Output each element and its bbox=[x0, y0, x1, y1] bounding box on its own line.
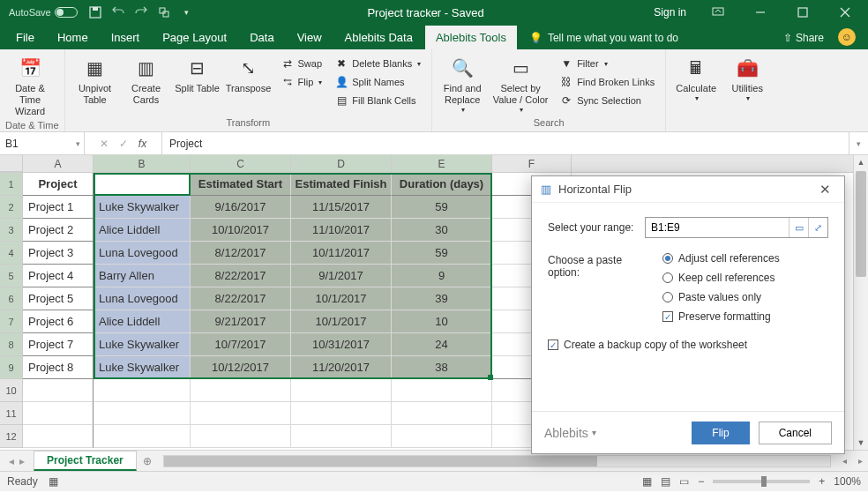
chevron-down-icon[interactable]: ▾ bbox=[76, 139, 80, 148]
cell[interactable]: 8/12/2017 bbox=[191, 242, 291, 265]
cell[interactable] bbox=[392, 379, 492, 402]
filter-button[interactable]: ▼Filter▾ bbox=[556, 55, 658, 72]
switch-off-icon[interactable] bbox=[55, 7, 78, 18]
tab-ablebits-tools[interactable]: Ablebits Tools bbox=[425, 26, 517, 49]
autosave-toggle[interactable]: AutoSave bbox=[9, 7, 78, 18]
cell[interactable]: Luna Lovegood bbox=[94, 242, 191, 265]
header-cell[interactable]: Assigned To bbox=[94, 173, 191, 196]
cell[interactable]: Barry Allen bbox=[94, 265, 191, 287]
sheet-tab-active[interactable]: Project Tracker bbox=[34, 451, 137, 471]
horizontal-scrollbar[interactable] bbox=[163, 455, 831, 467]
hscroll-left-icon[interactable]: ◂ bbox=[836, 456, 852, 466]
col-header-A[interactable]: A bbox=[23, 155, 94, 172]
cell[interactable] bbox=[191, 402, 291, 425]
col-header-C[interactable]: C bbox=[191, 155, 291, 172]
cell[interactable] bbox=[191, 379, 291, 402]
cell[interactable]: 59 bbox=[392, 196, 492, 219]
nav-first-icon[interactable]: ◂ bbox=[9, 455, 14, 467]
fill-blank-button[interactable]: ▤Fill Blank Cells bbox=[331, 92, 424, 109]
radio-adjust-refs[interactable]: Adjust cell references bbox=[662, 252, 780, 265]
ribbon-options-icon[interactable] bbox=[699, 0, 737, 25]
swap-button[interactable]: ⇄Swap bbox=[277, 55, 326, 72]
row-header[interactable]: 4 bbox=[0, 242, 23, 265]
cell[interactable]: 11/10/2017 bbox=[291, 219, 392, 242]
cell[interactable]: 10/11/2017 bbox=[291, 242, 392, 265]
row-header[interactable]: 8 bbox=[0, 333, 23, 356]
scroll-down-icon[interactable]: ▼ bbox=[854, 436, 868, 450]
row-header[interactable]: 9 bbox=[0, 356, 23, 379]
col-header-F[interactable]: F bbox=[492, 155, 572, 172]
utilities-button[interactable]: 🧰Utilities▾ bbox=[722, 53, 772, 117]
cell[interactable]: 11/15/2017 bbox=[291, 196, 392, 219]
sign-in-link[interactable]: Sign in bbox=[654, 6, 686, 19]
delete-blanks-button[interactable]: ✖Delete Blanks▾ bbox=[331, 55, 424, 72]
cancel-fx-icon[interactable]: ✕ bbox=[100, 138, 108, 150]
row-header[interactable]: 2 bbox=[0, 196, 23, 219]
row-header[interactable]: 12 bbox=[0, 425, 23, 448]
tab-home[interactable]: Home bbox=[47, 26, 99, 49]
cell[interactable] bbox=[291, 425, 392, 448]
row-header[interactable]: 10 bbox=[0, 379, 23, 402]
cell[interactable]: 9/21/2017 bbox=[191, 310, 291, 333]
date-time-wizard-button[interactable]: 📅 Date & Time Wizard bbox=[5, 53, 55, 120]
tab-ablebits-data[interactable]: Ablebits Data bbox=[334, 26, 423, 49]
redo-icon[interactable] bbox=[131, 2, 152, 23]
cell[interactable] bbox=[392, 425, 492, 448]
check-backup-copy[interactable]: ✓Create a backup copy of the worksheet bbox=[548, 339, 828, 351]
cell[interactable] bbox=[392, 402, 492, 425]
expand-range-icon[interactable]: ⤢ bbox=[808, 218, 827, 237]
row-header[interactable]: 7 bbox=[0, 310, 23, 333]
header-cell[interactable]: Project bbox=[23, 173, 94, 196]
cell[interactable]: 10/1/2017 bbox=[291, 310, 392, 333]
tab-insert[interactable]: Insert bbox=[101, 26, 151, 49]
cell[interactable]: Luke Skywalker bbox=[94, 356, 191, 379]
cell[interactable]: Project 3 bbox=[23, 242, 94, 265]
cell[interactable]: Project 7 bbox=[23, 333, 94, 356]
cell[interactable]: Luke Skywalker bbox=[94, 196, 191, 219]
tab-view[interactable]: View bbox=[287, 26, 333, 49]
save-icon[interactable] bbox=[85, 2, 106, 23]
cell[interactable]: Alice Liddell bbox=[94, 310, 191, 333]
split-table-button[interactable]: ⊟Split Table bbox=[173, 53, 222, 117]
dialog-title-bar[interactable]: ▥ Horizontal Flip ✕ bbox=[532, 176, 844, 203]
tab-file[interactable]: File bbox=[5, 26, 45, 49]
row-header[interactable]: 1 bbox=[0, 173, 23, 196]
name-box[interactable]: B1▾ bbox=[0, 132, 85, 154]
scroll-thumb[interactable] bbox=[856, 171, 866, 277]
macro-icon[interactable]: ▦ bbox=[49, 475, 58, 488]
col-header-E[interactable]: E bbox=[392, 155, 492, 172]
tell-me-search[interactable]: 💡 Tell me what you want to do bbox=[519, 26, 689, 49]
cell[interactable]: 30 bbox=[392, 219, 492, 242]
cell[interactable]: 10/1/2017 bbox=[291, 287, 392, 310]
nav-last-icon[interactable]: ▸ bbox=[19, 455, 25, 467]
create-cards-button[interactable]: ▥Create Cards bbox=[122, 53, 171, 117]
undo-icon[interactable] bbox=[108, 2, 129, 23]
select-range-icon[interactable]: ▭ bbox=[789, 218, 808, 237]
hscroll-right-icon[interactable]: ▸ bbox=[852, 456, 868, 466]
row-header[interactable]: 5 bbox=[0, 265, 23, 287]
find-replace-button[interactable]: 🔍Find and Replace▾ bbox=[438, 53, 487, 117]
cell[interactable]: 8/22/2017 bbox=[191, 265, 291, 287]
close-icon[interactable] bbox=[826, 0, 864, 25]
minimize-icon[interactable] bbox=[741, 0, 780, 25]
unpivot-table-button[interactable]: ▦Unpivot Table bbox=[71, 53, 120, 117]
header-cell[interactable]: Duration (days) bbox=[392, 173, 492, 196]
radio-paste-values[interactable]: Paste values only bbox=[662, 291, 780, 303]
row-header[interactable]: 3 bbox=[0, 219, 23, 242]
cell[interactable] bbox=[291, 402, 392, 425]
ablebits-brand[interactable]: Ablebits▾ bbox=[544, 426, 596, 440]
cancel-button[interactable]: Cancel bbox=[759, 422, 832, 444]
maximize-icon[interactable] bbox=[783, 0, 822, 25]
cell[interactable]: 9/16/2017 bbox=[191, 196, 291, 219]
enter-fx-icon[interactable]: ✓ bbox=[119, 138, 128, 150]
row-header[interactable]: 6 bbox=[0, 287, 23, 310]
fx-icon[interactable]: fx bbox=[138, 138, 146, 150]
feedback-smiley-icon[interactable]: ☺ bbox=[838, 28, 856, 46]
vertical-scrollbar[interactable]: ▲ ▼ bbox=[853, 155, 868, 450]
cell[interactable] bbox=[23, 379, 94, 402]
cell[interactable]: 8/22/2017 bbox=[191, 287, 291, 310]
zoom-in-icon[interactable]: + bbox=[819, 475, 825, 488]
cell[interactable]: Luna Lovegood bbox=[94, 287, 191, 310]
sync-selection-button[interactable]: ⟳Sync Selection bbox=[556, 92, 658, 109]
split-names-button[interactable]: 👤Split Names bbox=[331, 73, 424, 91]
